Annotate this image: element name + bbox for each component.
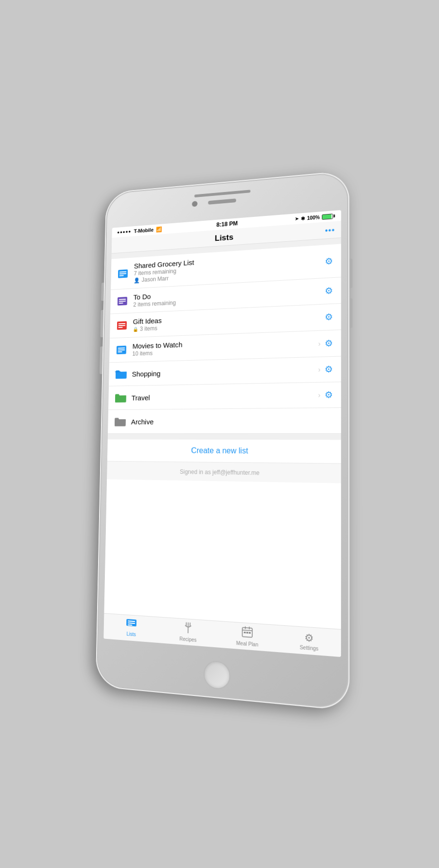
signed-in-label: Signed in as jeff@jeffhunter.me xyxy=(180,468,260,476)
battery-percent: 100% xyxy=(307,214,319,220)
svg-rect-31 xyxy=(249,632,251,633)
folder-item-name-archive: Archive xyxy=(131,416,335,425)
movies-count: 10 items xyxy=(132,349,153,357)
carrier-name: T-Mobile xyxy=(134,227,154,233)
list-icon-shared-grocery xyxy=(116,266,129,281)
gear-button-gift-ideas[interactable]: ⚙ xyxy=(322,309,335,325)
volume-down-left xyxy=(100,309,104,337)
wifi-icon: 📶 xyxy=(156,226,162,232)
gear-button-todo[interactable]: ⚙ xyxy=(323,283,335,298)
power-button xyxy=(349,258,352,288)
gift-ideas-count: 3 items xyxy=(140,325,158,332)
gear-button-travel[interactable]: ⚙ xyxy=(322,387,335,402)
screen: ●●●●● T-Mobile 📶 8:18 PM ➤ ✱ 100% xyxy=(103,210,341,657)
gear-button-shopping[interactable]: ⚙ xyxy=(322,362,335,377)
folder-item-info-archive: Archive xyxy=(131,416,335,425)
lists-tab-icon xyxy=(126,618,137,630)
gear-button-shared-grocery[interactable]: ⚙ xyxy=(323,253,335,269)
shared-grocery-person: Jason Marr xyxy=(141,275,168,283)
settings-tab-label: Settings xyxy=(299,644,318,651)
battery-tip xyxy=(334,214,335,217)
signed-in-area: Signed in as jeff@jeffhunter.me xyxy=(107,461,341,483)
svg-rect-29 xyxy=(244,632,246,633)
list-item-info-movies: Movies to Watch 10 items xyxy=(132,335,318,357)
lists-tab-label: Lists xyxy=(126,631,136,637)
status-left: ●●●●● T-Mobile 📶 xyxy=(117,226,162,235)
folder-item-info-shopping: Shopping xyxy=(132,365,318,377)
list-content: Shared Grocery List 7 items remaining 👤 … xyxy=(104,238,341,629)
create-list-label: Create a new list xyxy=(191,446,248,455)
folder-icon-archive xyxy=(113,414,127,428)
phone-wrapper: ●●●●● T-Mobile 📶 8:18 PM ➤ ✱ 100% xyxy=(96,170,350,711)
folder-item-info-travel: Travel xyxy=(131,390,318,401)
meal-plan-tab-icon xyxy=(242,626,253,640)
folder-item-name-shopping: Shopping xyxy=(132,365,318,377)
earpiece xyxy=(208,198,237,205)
speaker-bar xyxy=(194,190,250,197)
status-right: ➤ ✱ 100% xyxy=(295,213,335,221)
list-icon-gift-ideas xyxy=(115,318,129,332)
folder-item-travel[interactable]: Travel › ⚙ xyxy=(108,382,341,410)
volume-up-left xyxy=(100,346,103,374)
chevron-travel: › xyxy=(318,391,320,399)
svg-rect-30 xyxy=(246,632,248,633)
folder-item-archive[interactable]: Archive xyxy=(108,407,341,433)
svg-line-26 xyxy=(242,630,252,630)
section-separator xyxy=(108,433,341,440)
phone-body: ●●●●● T-Mobile 📶 8:18 PM ➤ ✱ 100% xyxy=(96,170,350,711)
create-list-button[interactable]: Create a new list xyxy=(107,439,341,463)
list-item-info-todo: To Do 2 items remaining xyxy=(133,283,323,308)
mute-switch xyxy=(101,282,104,301)
recipes-tab-label: Recipes xyxy=(180,636,197,643)
gear-button-movies[interactable]: ⚙ xyxy=(322,335,335,350)
volume-up-button xyxy=(349,298,352,328)
location-icon: ➤ xyxy=(295,216,299,221)
folder-icon-shopping xyxy=(114,366,128,381)
chevron-shopping: › xyxy=(318,366,320,373)
list-icon-todo xyxy=(116,294,129,309)
battery-body xyxy=(322,213,333,219)
home-button[interactable] xyxy=(203,660,231,690)
list-item-info-gift-ideas: Gift Ideas 🔒 3 items xyxy=(133,309,322,332)
bluetooth-icon: ✱ xyxy=(301,215,305,221)
tab-lists[interactable]: Lists xyxy=(103,614,160,641)
status-time: 8:18 PM xyxy=(217,220,238,228)
chevron-movies: › xyxy=(318,339,320,347)
tab-recipes[interactable]: Recipes xyxy=(159,617,217,647)
front-camera xyxy=(192,201,197,207)
list-icon-movies xyxy=(115,343,128,357)
battery-icon xyxy=(322,213,335,219)
meal-plan-tab-label: Meal Plan xyxy=(236,640,258,647)
signal-bars: ●●●●● xyxy=(117,229,131,234)
folder-item-name-travel: Travel xyxy=(131,390,318,401)
lock-icon: 🔒 xyxy=(133,326,138,331)
person-icon: 👤 xyxy=(134,277,140,283)
folder-icon-travel xyxy=(114,390,127,405)
battery-fill xyxy=(322,214,332,219)
more-button[interactable]: ••• xyxy=(325,226,335,235)
tab-settings[interactable]: ⚙ Settings xyxy=(278,626,341,656)
tab-meal-plan[interactable]: Meal Plan xyxy=(217,621,278,652)
recipes-tab-icon xyxy=(184,622,193,636)
settings-tab-icon: ⚙ xyxy=(304,631,314,644)
